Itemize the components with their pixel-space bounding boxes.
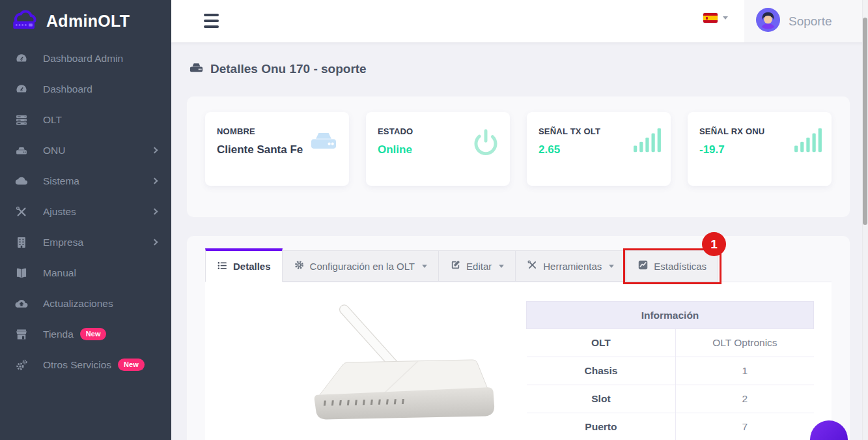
sidebar-item-dashboard[interactable]: Dashboard	[0, 74, 171, 104]
sidebar-item-tienda[interactable]: Tienda New	[0, 319, 171, 349]
tab-herramientas[interactable]: Herramientas	[516, 250, 626, 282]
stat-card-senal-tx: SEÑAL TX OLT 2.65	[527, 112, 671, 186]
cloud-upload-icon	[14, 297, 29, 311]
tools-icon	[14, 205, 29, 219]
gauge-icon	[14, 51, 29, 66]
stat-card-estado: ESTADO Online	[366, 112, 510, 186]
tab-label: Detalles	[233, 261, 271, 272]
sidebar-item-olt[interactable]: OLT	[0, 104, 171, 135]
main-content: Detalles Onu 170 - soporte NOMBRE Client…	[171, 42, 868, 440]
hamburger-icon[interactable]	[204, 14, 219, 28]
chevron-right-icon	[152, 147, 158, 154]
tab-label: Herramientas	[543, 261, 602, 272]
language-dropdown[interactable]	[703, 13, 728, 23]
table-row: Slot 2	[527, 385, 814, 413]
cloud-router-icon	[9, 8, 42, 35]
top-header: Soporte	[171, 0, 868, 42]
caret-down-icon	[609, 265, 614, 268]
sidebar-item-label: Sistema	[43, 175, 79, 187]
page-title-text: Detalles Onu 170 - soporte	[210, 62, 367, 76]
info-key: Chasis	[527, 357, 676, 385]
gears-icon	[14, 358, 29, 372]
building-icon	[14, 235, 29, 250]
router-icon	[308, 128, 339, 155]
info-table-title: Información	[527, 302, 814, 329]
list-icon	[217, 260, 228, 273]
scrollbar-thumb[interactable]	[863, 18, 867, 225]
table-row: OLT OLT Optronics	[527, 329, 814, 357]
caret-down-icon	[499, 265, 504, 268]
info-value: OLT Optronics	[676, 329, 814, 357]
onu-device-image	[280, 287, 495, 440]
info-key: Slot	[527, 385, 676, 413]
sidebar-item-actualizaciones[interactable]: Actualizaciones	[0, 288, 171, 319]
sidebar-item-label: Manual	[43, 267, 76, 279]
tab-editar[interactable]: Editar	[439, 250, 516, 282]
sidebar-item-dashboard-admin[interactable]: Dashboard Admin	[0, 43, 171, 74]
stat-card-senal-rx: SEÑAL RX ONU -19.7	[688, 112, 832, 186]
sidebar-item-label: ONU	[43, 145, 65, 156]
caret-down-icon	[422, 265, 427, 268]
tab-detalles[interactable]: Detalles	[205, 248, 283, 282]
tab-label: Editar	[466, 261, 492, 272]
power-icon	[471, 128, 500, 159]
sidebar-item-label: Dashboard	[43, 83, 92, 95]
new-badge: New	[118, 359, 145, 371]
signal-bars-icon	[634, 128, 661, 155]
chart-icon	[637, 259, 649, 272]
tab-label: Configuración en la OLT	[310, 261, 415, 272]
brand-name: AdminOLT	[46, 12, 130, 31]
adminolt-app: AdminOLT Dashboard Admin Dashboard OLT	[0, 0, 868, 440]
info-value: 7	[676, 413, 814, 440]
gear-icon	[294, 259, 305, 272]
sidebar-item-otros-servicios[interactable]: Otros Servicios New	[0, 349, 171, 380]
router-icon	[14, 143, 29, 158]
stat-card-nombre: NOMBRE Cliente Santa Fe	[205, 112, 349, 186]
tab-estadisticas[interactable]: Estadísticas	[626, 250, 718, 282]
tab-bar: Detalles Configuración en la OLT Editar	[205, 250, 718, 282]
page-title: Detalles Onu 170 - soporte	[189, 60, 367, 78]
book-icon	[14, 266, 29, 280]
sidebar-item-ajustes[interactable]: Ajustes	[0, 196, 171, 227]
sidebar-nav: Dashboard Admin Dashboard OLT ONU	[0, 42, 171, 380]
annotation-step-badge: 1	[702, 232, 726, 256]
signal-bars-icon	[794, 128, 822, 155]
new-badge: New	[80, 328, 107, 340]
sidebar-item-label: Otros Servicios	[43, 359, 111, 371]
user-name: Soporte	[789, 14, 832, 29]
chevron-right-icon	[152, 209, 158, 215]
cloud-icon	[14, 174, 29, 188]
info-key: Puerto	[527, 413, 676, 440]
info-key: OLT	[527, 329, 676, 357]
sidebar: AdminOLT Dashboard Admin Dashboard OLT	[0, 0, 171, 440]
sidebar-item-empresa[interactable]: Empresa	[0, 227, 171, 257]
table-row: Puerto 7	[527, 413, 814, 440]
stats-panel: NOMBRE Cliente Santa Fe ESTADO Online	[187, 96, 850, 217]
sidebar-item-label: Actualizaciones	[43, 298, 113, 310]
sidebar-item-label: Empresa	[43, 237, 83, 248]
router-icon	[189, 60, 204, 78]
tab-label: Estadísticas	[654, 261, 707, 272]
avatar	[756, 8, 780, 35]
user-menu[interactable]: Soporte	[744, 0, 868, 42]
server-icon	[14, 113, 29, 127]
brand-logo[interactable]: AdminOLT	[0, 0, 171, 42]
sidebar-item-sistema[interactable]: Sistema	[0, 166, 171, 196]
info-value: 1	[676, 357, 814, 385]
edit-icon	[450, 259, 461, 272]
sidebar-item-label: Ajustes	[43, 206, 76, 218]
sidebar-item-label: OLT	[43, 114, 62, 126]
sidebar-item-manual[interactable]: Manual	[0, 257, 171, 288]
sidebar-item-label: Dashboard Admin	[43, 53, 123, 65]
tab-configuracion-olt[interactable]: Configuración en la OLT	[283, 250, 439, 282]
sidebar-item-label: Tienda	[43, 329, 74, 340]
sidebar-item-onu[interactable]: ONU	[0, 135, 171, 166]
details-panel: Detalles Configuración en la OLT Editar	[187, 236, 850, 440]
tab-estadisticas-wrap: Estadísticas 1	[626, 250, 718, 282]
caret-down-icon	[723, 16, 728, 20]
gauge-icon	[14, 82, 29, 96]
info-value: 2	[676, 385, 814, 413]
tab-content: Información OLT OLT Optronics Chasis 1 S…	[205, 282, 832, 440]
chevron-right-icon	[152, 239, 158, 246]
spain-flag-icon	[703, 13, 718, 23]
